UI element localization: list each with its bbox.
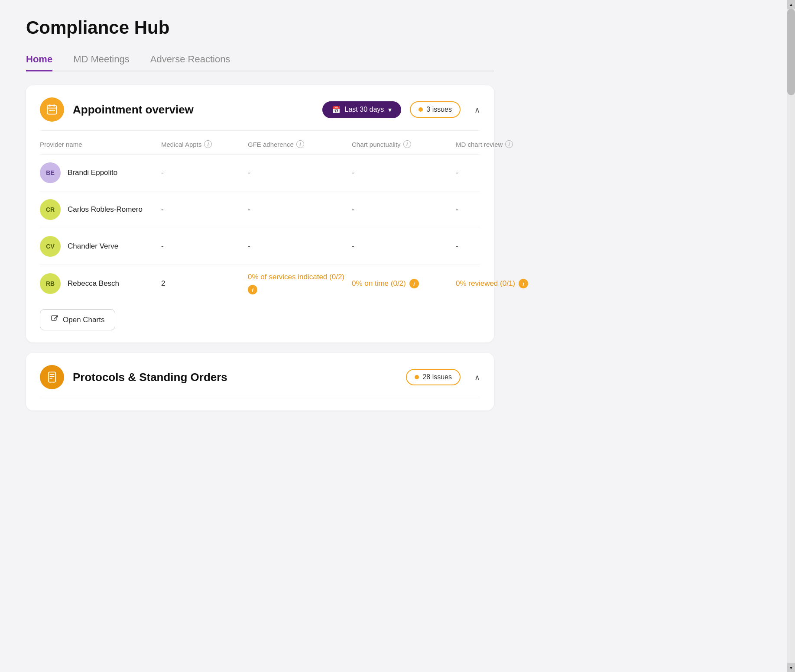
appointment-overview-header: Appointment overview 📅 Last 30 days ▾ 3 … xyxy=(40,97,480,131)
table-row: CR Carlos Robles-Romero - - - - xyxy=(40,191,480,228)
provider-name: Chandler Verve xyxy=(68,241,118,252)
md-chart-review-warning-icon[interactable]: i xyxy=(519,279,528,288)
md-chart-review-info-icon[interactable]: i xyxy=(505,140,513,148)
chart-punctuality-info-icon[interactable]: i xyxy=(403,140,411,148)
chevron-up-icon: ∧ xyxy=(474,106,480,114)
tab-adverse-reactions[interactable]: Adverse Reactions xyxy=(150,54,230,71)
protocols-header: Protocols & Standing Orders 28 issues ∧ xyxy=(40,365,480,398)
medical-appts-info-icon[interactable]: i xyxy=(204,140,212,148)
appointment-table: Provider name Medical Appts i GFE adhere… xyxy=(40,134,480,302)
chart-punctuality-warning-icon[interactable]: i xyxy=(409,279,419,288)
scrollbar-thumb[interactable] xyxy=(787,9,795,95)
protocols-title: Protocols & Standing Orders xyxy=(73,371,397,384)
table-header-row: Provider name Medical Appts i GFE adhere… xyxy=(40,134,480,154)
gfe-adherence-value: - xyxy=(248,168,352,177)
table-row: BE Brandi Eppolito - - - - xyxy=(40,154,480,191)
medical-appts-value: - xyxy=(161,242,248,251)
svg-rect-6 xyxy=(49,372,55,382)
collapse-button[interactable]: ∧ xyxy=(474,104,480,115)
tab-bar: Home MD Meetings Adverse Reactions xyxy=(26,54,494,71)
gfe-warning-icon[interactable]: i xyxy=(248,285,257,294)
page-title: Compliance Hub xyxy=(26,17,494,38)
open-charts-label: Open Charts xyxy=(63,316,104,324)
table-row: CV Chandler Verve - - - - xyxy=(40,228,480,265)
gfe-adherence-value: - xyxy=(248,205,352,214)
col-medical-appts: Medical Appts i xyxy=(161,140,248,148)
md-chart-review-value: - xyxy=(456,168,560,177)
protocols-chevron-up-icon: ∧ xyxy=(474,373,480,382)
date-filter-button[interactable]: 📅 Last 30 days ▾ xyxy=(322,101,402,118)
col-md-chart-review: MD chart review i xyxy=(456,140,560,148)
protocols-issues-badge[interactable]: 28 issues xyxy=(406,369,461,385)
protocols-issues-count: 28 issues xyxy=(422,373,452,381)
protocols-icon xyxy=(40,365,64,389)
date-filter-label: Last 30 days xyxy=(345,106,384,113)
md-chart-review-value: - xyxy=(456,205,560,214)
scroll-down-arrow[interactable]: ▼ xyxy=(787,663,795,672)
tab-md-meetings[interactable]: MD Meetings xyxy=(73,54,130,71)
provider-name: Carlos Robles-Romero xyxy=(68,204,143,215)
protocols-card: Protocols & Standing Orders 28 issues ∧ xyxy=(26,353,494,410)
md-chart-review-value: - xyxy=(456,242,560,251)
chart-punctuality-value: - xyxy=(352,168,456,177)
gfe-adherence-value: 0% of services indicated (0/2) i xyxy=(248,273,352,294)
external-link-icon xyxy=(51,315,58,325)
medical-appts-value: 2 xyxy=(161,279,248,288)
chart-punctuality-value: - xyxy=(352,205,456,214)
avatar: RB xyxy=(40,273,61,294)
scroll-up-arrow[interactable]: ▲ xyxy=(787,0,795,9)
md-chart-review-value: 0% reviewed (0/1) i xyxy=(456,279,560,288)
col-gfe-adherence: GFE adherence i xyxy=(248,140,352,148)
protocols-collapse-button[interactable]: ∧ xyxy=(474,372,480,383)
scrollbar: ▲ ▼ xyxy=(787,0,795,672)
gfe-adherence-value: - xyxy=(248,242,352,251)
avatar: BE xyxy=(40,162,61,183)
col-provider-name: Provider name xyxy=(40,140,161,148)
svg-point-3 xyxy=(53,110,55,112)
appointment-overview-title: Appointment overview xyxy=(73,103,314,116)
provider-name: Brandi Eppolito xyxy=(68,168,117,178)
appointment-icon xyxy=(40,97,64,122)
issues-dot xyxy=(419,107,423,112)
issues-count: 3 issues xyxy=(426,106,452,113)
svg-point-1 xyxy=(49,110,51,112)
chart-punctuality-value: 0% on time (0/2) i xyxy=(352,279,456,288)
issues-badge[interactable]: 3 issues xyxy=(410,101,461,118)
protocols-issues-dot xyxy=(415,375,419,379)
provider-cell: CV Chandler Verve xyxy=(40,236,161,257)
provider-cell: CR Carlos Robles-Romero xyxy=(40,199,161,220)
appointment-overview-card: Appointment overview 📅 Last 30 days ▾ 3 … xyxy=(26,85,494,342)
avatar: CV xyxy=(40,236,61,257)
table-row: RB Rebecca Besch 2 0% of services indica… xyxy=(40,265,480,302)
calendar-icon: 📅 xyxy=(332,106,341,114)
tab-home[interactable]: Home xyxy=(26,54,52,71)
medical-appts-value: - xyxy=(161,168,248,177)
avatar: CR xyxy=(40,199,61,220)
medical-appts-value: - xyxy=(161,205,248,214)
open-charts-button[interactable]: Open Charts xyxy=(40,309,115,330)
col-chart-punctuality: Chart punctuality i xyxy=(352,140,456,148)
provider-cell: RB Rebecca Besch xyxy=(40,273,161,294)
provider-cell: BE Brandi Eppolito xyxy=(40,162,161,183)
chart-punctuality-value: - xyxy=(352,242,456,251)
svg-point-2 xyxy=(51,110,53,112)
chevron-down-icon: ▾ xyxy=(388,106,392,114)
gfe-adherence-info-icon[interactable]: i xyxy=(296,140,304,148)
provider-name: Rebecca Besch xyxy=(68,278,119,289)
